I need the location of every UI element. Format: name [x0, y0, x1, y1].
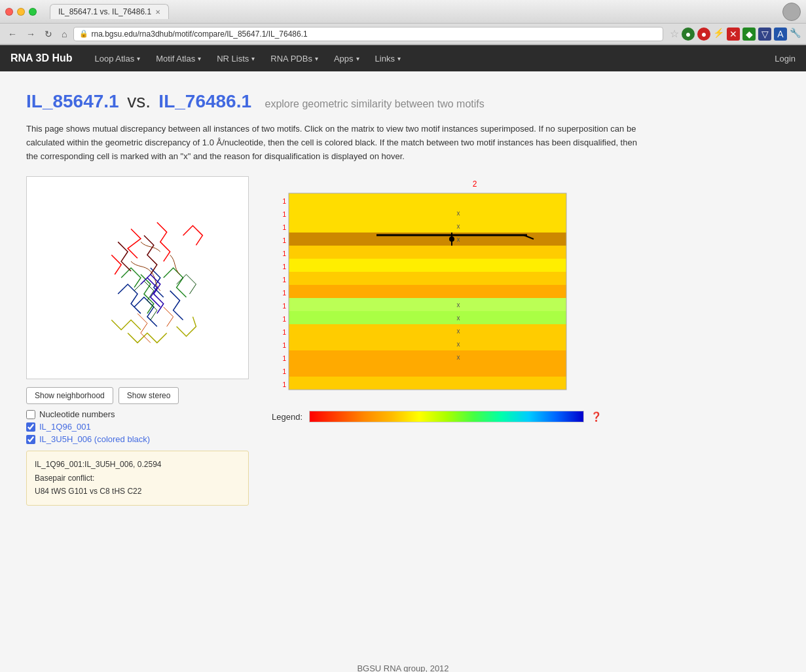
icon7: A	[774, 28, 787, 41]
tab-close-icon[interactable]: ✕	[155, 9, 160, 16]
nav-motif-atlas[interactable]: Motif Atlas ▾	[149, 51, 208, 66]
url-text: rna.bgsu.edu/rna3dhub/motif/compare/IL_8…	[91, 29, 307, 39]
heatmap-panel: 2 1 1 1 1 1 1 1 1 1 1 1 1	[272, 176, 780, 422]
motif-atlas-label: Motif Atlas	[156, 54, 195, 64]
home-button[interactable]: ⌂	[59, 28, 69, 41]
nav-apps[interactable]: Apps ▾	[327, 51, 366, 66]
brand-name: RNA 3D Hub	[10, 52, 73, 64]
show-stereo-button[interactable]: Show stereo	[119, 387, 179, 404]
svg-text:x: x	[457, 327, 460, 335]
loop-atlas-label: Loop Atlas	[95, 54, 135, 64]
nucleotide-numbers-checkbox[interactable]	[26, 410, 35, 419]
structure-svg	[27, 177, 248, 379]
vs-text: vs.	[127, 91, 151, 111]
il-3u5h-row: IL_3U5H_006 (colored black)	[26, 434, 252, 444]
icon8: 🔧	[790, 28, 801, 41]
svg-rect-18	[289, 206, 566, 219]
svg-text:x: x	[457, 210, 460, 217]
show-neighborhood-button[interactable]: Show neighborhood	[26, 387, 113, 404]
info-line3: U84 tWS G101 vs C8 tHS C22	[35, 485, 240, 498]
rna-pdbs-arrow: ▾	[315, 55, 318, 62]
footer-credit: BGSU RNA group, 2012	[20, 661, 786, 672]
svg-text:1: 1	[282, 276, 286, 284]
forward-button[interactable]: →	[24, 28, 38, 41]
motif-id-2[interactable]: IL_76486.1	[158, 91, 251, 111]
icon3: ⚡	[713, 28, 724, 41]
toolbar-icons: ☆ ● ● ⚡ ✕ ◆ ▽ A 🔧	[670, 28, 801, 41]
info-line2: Basepair conflict:	[35, 472, 240, 485]
browser-chrome: IL_85647.1 vs. IL_76486.1 ✕ ← → ↻ ⌂ 🔒 rn…	[0, 0, 806, 45]
page-content: IL_85647.1 vs. IL_76486.1 explore geomet…	[0, 71, 806, 641]
info-line1: IL_1Q96_001:IL_3U5H_006, 0.2594	[35, 458, 240, 471]
apps-arrow: ▾	[356, 55, 359, 62]
nav-links[interactable]: Links ▾	[369, 51, 407, 66]
login-button[interactable]: Login	[775, 54, 796, 64]
il-3u5h-checkbox[interactable]	[26, 435, 35, 444]
il-1q96-checkbox[interactable]	[26, 422, 35, 432]
tab-title: IL_85647.1 vs. IL_76486.1	[58, 7, 151, 16]
svg-text:x: x	[457, 354, 460, 361]
svg-text:1: 1	[282, 329, 286, 336]
svg-text:1: 1	[282, 368, 286, 375]
help-icon[interactable]: ❓	[591, 411, 602, 422]
browser-tab[interactable]: IL_85647.1 vs. IL_76486.1 ✕	[50, 4, 169, 19]
heatmap-svg[interactable]: 2 1 1 1 1 1 1 1 1 1 1 1 1	[272, 176, 573, 399]
address-bar: ← → ↻ ⌂ 🔒 rna.bgsu.edu/rna3dhub/motif/co…	[0, 24, 806, 45]
close-button[interactable]	[5, 8, 13, 16]
svg-rect-28	[289, 246, 566, 259]
svg-rect-32	[289, 298, 566, 311]
apps-label: Apps	[334, 54, 354, 64]
svg-text:1: 1	[282, 237, 286, 244]
legend-gradient	[309, 411, 584, 422]
nav-nr-lists[interactable]: NR Lists ▾	[210, 51, 261, 66]
svg-text:x: x	[457, 314, 460, 322]
main-area: Show neighborhood Show stereo Nucleotide…	[26, 176, 780, 505]
icon2: ●	[697, 28, 710, 41]
app-nav: RNA 3D Hub Loop Atlas ▾ Motif Atlas ▾ NR…	[0, 45, 806, 71]
address-field[interactable]: 🔒 rna.bgsu.edu/rna3dhub/motif/compare/IL…	[73, 27, 663, 41]
svg-rect-29	[289, 259, 566, 272]
nav-loop-atlas[interactable]: Loop Atlas ▾	[88, 51, 147, 66]
icon6: ▽	[758, 28, 771, 41]
il-1q96-label: IL_1Q96_001	[39, 422, 91, 432]
svg-text:1: 1	[282, 355, 286, 362]
icon1: ●	[682, 28, 695, 41]
svg-text:1: 1	[282, 303, 286, 310]
svg-text:1: 1	[282, 224, 286, 231]
il-3u5h-label: IL_3U5H_006 (colored black)	[39, 434, 150, 444]
svg-rect-40	[289, 350, 566, 364]
legend-label: Legend:	[272, 412, 302, 422]
window-controls	[5, 8, 37, 16]
il-1q96-row: IL_1Q96_001	[26, 422, 252, 432]
svg-rect-42	[289, 364, 566, 377]
legend-area: Legend: ❓	[272, 411, 780, 422]
tab-bar: IL_85647.1 vs. IL_76486.1 ✕	[50, 4, 169, 19]
svg-point-25	[449, 236, 454, 242]
svg-text:1: 1	[282, 381, 286, 388]
svg-rect-38	[289, 337, 566, 350]
maximize-button[interactable]	[29, 8, 37, 16]
svg-text:x: x	[457, 236, 460, 243]
star-icon[interactable]: ☆	[670, 28, 679, 41]
svg-rect-30	[289, 272, 566, 285]
back-button[interactable]: ←	[5, 28, 20, 41]
svg-text:1: 1	[282, 198, 286, 205]
nav-rna-pdbs[interactable]: RNA PDBs ▾	[264, 51, 325, 66]
nav-items: Loop Atlas ▾ Motif Atlas ▾ NR Lists ▾ RN…	[88, 51, 775, 66]
minimize-button[interactable]	[17, 8, 25, 16]
svg-text:x: x	[457, 341, 460, 348]
structure-box[interactable]	[26, 176, 249, 379]
heatmap-container[interactable]: 2 1 1 1 1 1 1 1 1 1 1 1 1	[272, 176, 780, 422]
svg-text:2: 2	[473, 179, 477, 189]
motif-id-1[interactable]: IL_85647.1	[26, 91, 119, 111]
page-title-row: IL_85647.1 vs. IL_76486.1 explore geomet…	[26, 91, 780, 112]
title-bar: IL_85647.1 vs. IL_76486.1 ✕	[0, 0, 806, 24]
icon5: ◆	[742, 28, 756, 41]
svg-text:1: 1	[282, 250, 286, 257]
reload-button[interactable]: ↻	[42, 28, 55, 41]
svg-text:1: 1	[282, 263, 286, 271]
nucleotide-numbers-label: Nucleotide numbers	[39, 409, 115, 419]
info-box: IL_1Q96_001:IL_3U5H_006, 0.2594 Basepair…	[26, 451, 249, 505]
svg-text:1: 1	[282, 289, 286, 297]
motif-atlas-arrow: ▾	[198, 55, 201, 62]
